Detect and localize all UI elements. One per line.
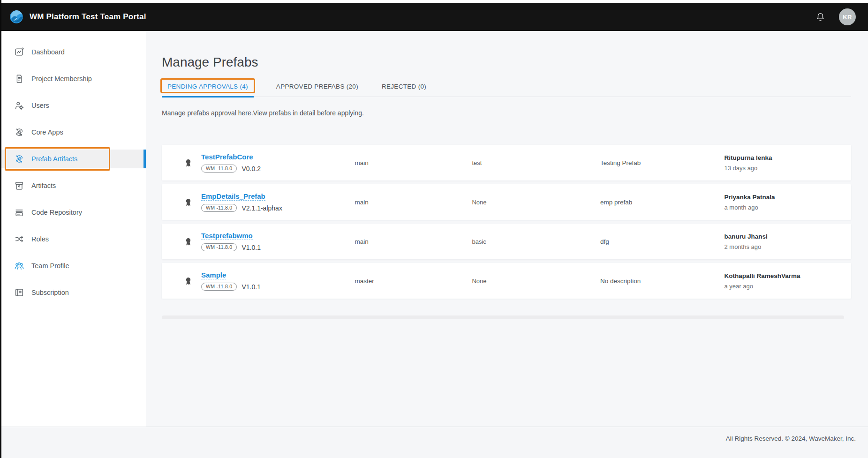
sidebar-item-code-repository[interactable]: Code Repository (0, 203, 146, 222)
version-label: V2.1.1-alphax (242, 204, 282, 212)
sidebar-item-label: Prefab Artifacts (31, 155, 77, 163)
notifications-bell-icon[interactable] (815, 12, 826, 23)
published-by-name: Priyanka Patnala (724, 194, 851, 201)
tab-rejected-0[interactable]: REJECTED (0) (381, 83, 427, 97)
branch-cell: master (355, 278, 472, 285)
sidebar-item-label: Users (31, 102, 49, 109)
tab-approved-prefabs-20[interactable]: APPROVED PREFABS (20) (275, 83, 359, 97)
sidebar-item-label: Dashboard (31, 48, 65, 56)
tab-label: REJECTED (0) (382, 83, 426, 90)
version-label: V1.0.1 (242, 244, 260, 251)
description-cell: dfg (600, 238, 725, 245)
sidebar-item-artifacts[interactable]: Artifacts (0, 176, 146, 195)
users-icon (14, 100, 24, 111)
sidebar-item-label: Artifacts (31, 182, 56, 189)
tab-label: PENDING APPROVALS (4) (167, 83, 248, 90)
published-time: a month ago (724, 204, 851, 211)
app-header: WM Platform Test Team Portal KR (0, 3, 868, 31)
prefab-name-link[interactable]: EmpDetails_Prefab (201, 192, 265, 201)
sidebar-item-team-profile[interactable]: Team Profile (0, 256, 146, 275)
tab-bar: PENDING APPROVALS (4) APPROVED PREFABS (… (162, 83, 851, 97)
name-cell: Sample WM -11.8.0 V1.0.1 (162, 271, 355, 291)
category-cell: None (472, 199, 600, 206)
description-cell: Testing Prefab (600, 159, 725, 166)
published-by-name: banuru Jhansi (724, 233, 851, 240)
sidebar-item-dashboard[interactable]: Dashboard (0, 43, 146, 61)
prefab-artifacts-icon (14, 154, 24, 164)
published-by-name: Ritupurna lenka (724, 154, 851, 161)
code-repository-icon (14, 207, 24, 218)
published-by-cell: Kothapalli RameshVarma a year ago (724, 272, 851, 290)
published-by-name: Kothapalli RameshVarma (724, 272, 851, 279)
sidebar-item-label: Core Apps (31, 128, 63, 136)
name-cell: Testprefabwmo WM -11.8.0 V1.0.1 (162, 232, 355, 252)
published-time: 13 days ago (724, 165, 851, 172)
sidebar-item-label: Roles (31, 235, 49, 243)
published-by-cell: Priyanka Patnala a month ago (724, 194, 851, 211)
platform-version-badge: WM -11.8.0 (201, 165, 237, 173)
sidebar-item-users[interactable]: Users (0, 96, 146, 115)
table-row: EmpDetails_Prefab WM -11.8.0 V2.1.1-alph… (162, 184, 851, 220)
core-apps-icon (14, 127, 24, 137)
description-cell: No description (600, 278, 725, 285)
name-cell: EmpDetails_Prefab WM -11.8.0 V2.1.1-alph… (162, 192, 355, 212)
user-avatar[interactable]: KR (839, 8, 856, 25)
version-label: V1.0.1 (242, 283, 260, 291)
platform-version-badge: WM -11.8.0 (201, 204, 237, 212)
main-content: Manage Prefabs PENDING APPROVALS (4) APP… (146, 31, 868, 427)
platform-version-badge: WM -11.8.0 (201, 283, 237, 291)
medal-icon (183, 157, 193, 169)
artifacts-icon (14, 180, 24, 191)
table-row: Testprefabwmo WM -11.8.0 V1.0.1 main bas… (162, 224, 851, 259)
page-title: Manage Prefabs (162, 55, 851, 70)
medal-icon (183, 275, 193, 287)
tab-pending-approvals-4[interactable]: PENDING APPROVALS (4) (162, 83, 254, 97)
subscription-icon (14, 287, 24, 298)
description-cell: emp prefab (600, 199, 725, 206)
sidebar-item-core-apps[interactable]: Core Apps (0, 123, 146, 142)
table-header-row (162, 135, 851, 145)
table-body: TestPrefabCore WM -11.8.0 V0.0.2 main te… (162, 145, 851, 299)
project-membership-icon (14, 74, 24, 84)
copyright-text: All Rights Reserved. © 2024, WaveMaker, … (726, 435, 856, 442)
sidebar-item-label: Subscription (31, 289, 69, 296)
team-profile-icon (14, 261, 24, 271)
page-description: Manage prefabs approval here.View prefab… (162, 109, 851, 117)
published-time: 2 months ago (724, 243, 851, 250)
tab-label: APPROVED PREFABS (20) (276, 83, 358, 90)
sidebar: Dashboard Project Membership Users Core … (0, 31, 146, 427)
table-row: TestPrefabCore WM -11.8.0 V0.0.2 main te… (162, 145, 851, 180)
category-cell: basic (472, 238, 600, 245)
sidebar-item-subscription[interactable]: Subscription (0, 283, 146, 302)
sidebar-item-prefab-artifacts[interactable]: Prefab Artifacts (0, 150, 146, 168)
sidebar-item-label: Code Repository (31, 209, 82, 216)
sidebar-item-project-membership[interactable]: Project Membership (0, 69, 146, 88)
medal-icon (183, 196, 193, 209)
prefabs-table: TestPrefabCore WM -11.8.0 V0.0.2 main te… (162, 135, 851, 299)
name-cell: TestPrefabCore WM -11.8.0 V0.0.2 (162, 153, 355, 173)
wavemaker-logo-icon (9, 10, 23, 24)
published-time: a year ago (724, 283, 851, 290)
prefab-name-link[interactable]: Sample (201, 271, 226, 279)
branch-cell: main (355, 159, 472, 166)
prefab-name-link[interactable]: Testprefabwmo (201, 232, 253, 240)
roles-icon (14, 234, 24, 244)
category-cell: test (472, 159, 600, 166)
sidebar-item-roles[interactable]: Roles (0, 230, 146, 248)
published-by-cell: banuru Jhansi 2 months ago (724, 233, 851, 250)
published-by-cell: Ritupurna lenka 13 days ago (724, 154, 851, 172)
branch-cell: main (355, 199, 472, 206)
prefab-name-link[interactable]: TestPrefabCore (201, 153, 253, 161)
platform-version-badge: WM -11.8.0 (201, 243, 237, 252)
table-end-divider (162, 315, 844, 319)
active-indicator-bar (143, 150, 146, 168)
dashboard-icon (14, 47, 24, 57)
app-title: WM Platform Test Team Portal (30, 12, 146, 22)
app-footer: All Rights Reserved. © 2024, WaveMaker, … (0, 427, 868, 458)
category-cell: None (472, 278, 600, 285)
table-row: Sample WM -11.8.0 V1.0.1 master None No … (162, 263, 851, 299)
medal-icon (183, 235, 193, 248)
branch-cell: main (355, 238, 472, 245)
sidebar-item-label: Project Membership (31, 75, 92, 83)
sidebar-item-label: Team Profile (31, 262, 69, 270)
